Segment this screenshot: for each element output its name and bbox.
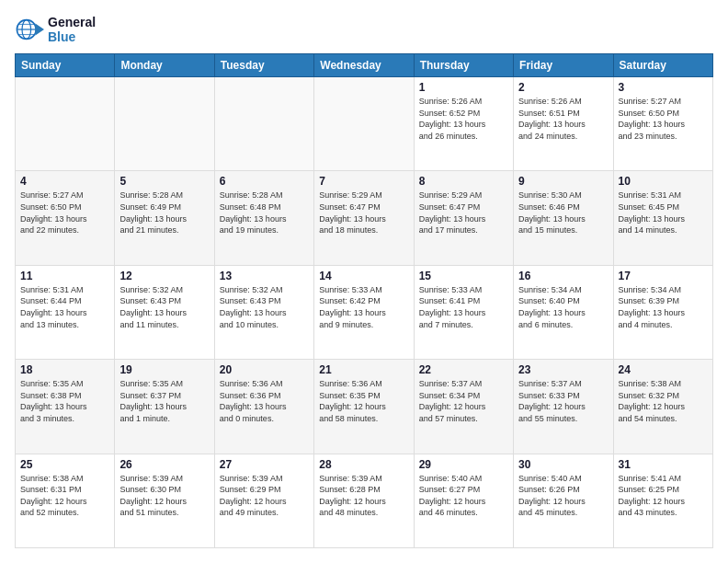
day-number: 31 (619, 458, 708, 471)
day-info: Sunrise: 5:32 AM Sunset: 6:43 PM Dayligh… (119, 284, 209, 330)
calendar-cell: 7Sunrise: 5:29 AM Sunset: 6:47 PM Daylig… (314, 171, 414, 265)
day-info: Sunrise: 5:27 AM Sunset: 6:50 PM Dayligh… (20, 190, 109, 236)
day-info: Sunrise: 5:40 AM Sunset: 6:26 PM Dayligh… (518, 473, 608, 519)
day-number: 26 (119, 458, 209, 471)
calendar-cell: 4Sunrise: 5:27 AM Sunset: 6:50 PM Daylig… (16, 171, 115, 265)
day-info: Sunrise: 5:32 AM Sunset: 6:43 PM Dayligh… (220, 284, 309, 330)
calendar-cell: 2Sunrise: 5:26 AM Sunset: 6:51 PM Daylig… (514, 77, 613, 171)
day-info: Sunrise: 5:39 AM Sunset: 6:28 PM Dayligh… (319, 473, 408, 519)
calendar-header-wednesday: Wednesday (314, 54, 414, 77)
calendar-cell: 25Sunrise: 5:38 AM Sunset: 6:31 PM Dayli… (16, 454, 115, 547)
calendar-cell: 16Sunrise: 5:34 AM Sunset: 6:40 PM Dayli… (514, 265, 613, 359)
calendar-cell: 19Sunrise: 5:35 AM Sunset: 6:37 PM Dayli… (115, 360, 214, 454)
day-number: 3 (619, 81, 708, 94)
calendar-cell: 26Sunrise: 5:39 AM Sunset: 6:30 PM Dayli… (115, 454, 214, 547)
day-number: 13 (220, 270, 309, 282)
logo-text: General Blue (48, 15, 96, 44)
day-info: Sunrise: 5:36 AM Sunset: 6:35 PM Dayligh… (319, 378, 408, 424)
day-info: Sunrise: 5:37 AM Sunset: 6:34 PM Dayligh… (419, 378, 508, 424)
day-info: Sunrise: 5:31 AM Sunset: 6:44 PM Dayligh… (20, 284, 109, 330)
day-info: Sunrise: 5:26 AM Sunset: 6:51 PM Dayligh… (518, 96, 608, 142)
calendar-cell: 29Sunrise: 5:40 AM Sunset: 6:27 PM Dayli… (414, 454, 513, 547)
day-number: 9 (518, 175, 608, 188)
day-info: Sunrise: 5:29 AM Sunset: 6:47 PM Dayligh… (319, 190, 408, 236)
day-info: Sunrise: 5:35 AM Sunset: 6:37 PM Dayligh… (119, 378, 209, 424)
calendar-cell: 8Sunrise: 5:29 AM Sunset: 6:47 PM Daylig… (414, 171, 513, 265)
day-info: Sunrise: 5:30 AM Sunset: 6:46 PM Dayligh… (518, 190, 608, 236)
calendar-week-3: 11Sunrise: 5:31 AM Sunset: 6:44 PM Dayli… (16, 265, 713, 359)
calendar-header-tuesday: Tuesday (214, 54, 313, 77)
calendar-cell: 12Sunrise: 5:32 AM Sunset: 6:43 PM Dayli… (115, 265, 214, 359)
day-number: 10 (619, 175, 708, 188)
day-number: 7 (319, 175, 408, 188)
day-number: 16 (518, 270, 608, 282)
calendar-cell: 9Sunrise: 5:30 AM Sunset: 6:46 PM Daylig… (514, 171, 613, 265)
calendar-cell: 23Sunrise: 5:37 AM Sunset: 6:33 PM Dayli… (514, 360, 613, 454)
calendar-header-friday: Friday (514, 54, 613, 77)
calendar-cell: 30Sunrise: 5:40 AM Sunset: 6:26 PM Dayli… (514, 454, 613, 547)
day-info: Sunrise: 5:28 AM Sunset: 6:48 PM Dayligh… (220, 190, 309, 236)
day-number: 6 (220, 175, 309, 188)
day-number: 17 (619, 270, 708, 282)
day-info: Sunrise: 5:33 AM Sunset: 6:41 PM Dayligh… (419, 284, 508, 330)
day-number: 1 (419, 81, 508, 94)
calendar-cell: 17Sunrise: 5:34 AM Sunset: 6:39 PM Dayli… (613, 265, 712, 359)
calendar-cell: 10Sunrise: 5:31 AM Sunset: 6:45 PM Dayli… (613, 171, 712, 265)
day-number: 2 (518, 81, 608, 94)
calendar-cell: 31Sunrise: 5:41 AM Sunset: 6:25 PM Dayli… (613, 454, 712, 547)
svg-marker-6 (35, 24, 44, 36)
day-info: Sunrise: 5:34 AM Sunset: 6:40 PM Dayligh… (518, 284, 608, 330)
day-number: 24 (619, 363, 708, 376)
day-number: 27 (220, 458, 309, 471)
calendar-cell: 24Sunrise: 5:38 AM Sunset: 6:32 PM Dayli… (613, 360, 712, 454)
calendar-cell: 28Sunrise: 5:39 AM Sunset: 6:28 PM Dayli… (314, 454, 414, 547)
day-info: Sunrise: 5:40 AM Sunset: 6:27 PM Dayligh… (419, 473, 508, 519)
day-number: 12 (119, 270, 209, 282)
calendar-cell: 27Sunrise: 5:39 AM Sunset: 6:29 PM Dayli… (214, 454, 313, 547)
day-info: Sunrise: 5:27 AM Sunset: 6:50 PM Dayligh… (619, 96, 708, 142)
calendar-header-saturday: Saturday (613, 54, 712, 77)
day-number: 15 (419, 270, 508, 282)
day-number: 30 (518, 458, 608, 471)
calendar-header-thursday: Thursday (414, 54, 513, 77)
day-number: 29 (419, 458, 508, 471)
logo: General Blue (15, 15, 96, 44)
day-number: 8 (419, 175, 508, 188)
calendar-week-2: 4Sunrise: 5:27 AM Sunset: 6:50 PM Daylig… (16, 171, 713, 265)
calendar-week-4: 18Sunrise: 5:35 AM Sunset: 6:38 PM Dayli… (16, 360, 713, 454)
logo-icon (15, 15, 44, 44)
day-info: Sunrise: 5:29 AM Sunset: 6:47 PM Dayligh… (419, 190, 508, 236)
calendar-week-5: 25Sunrise: 5:38 AM Sunset: 6:31 PM Dayli… (16, 454, 713, 547)
day-info: Sunrise: 5:41 AM Sunset: 6:25 PM Dayligh… (619, 473, 708, 519)
calendar-header-sunday: Sunday (16, 54, 115, 77)
day-number: 14 (319, 270, 408, 282)
day-number: 18 (20, 363, 109, 376)
day-number: 19 (119, 363, 209, 376)
day-info: Sunrise: 5:36 AM Sunset: 6:36 PM Dayligh… (220, 378, 309, 424)
day-info: Sunrise: 5:39 AM Sunset: 6:30 PM Dayligh… (119, 473, 209, 519)
day-info: Sunrise: 5:33 AM Sunset: 6:42 PM Dayligh… (319, 284, 408, 330)
calendar-cell: 18Sunrise: 5:35 AM Sunset: 6:38 PM Dayli… (16, 360, 115, 454)
day-number: 11 (20, 270, 109, 282)
calendar-cell: 3Sunrise: 5:27 AM Sunset: 6:50 PM Daylig… (613, 77, 712, 171)
calendar-cell: 13Sunrise: 5:32 AM Sunset: 6:43 PM Dayli… (214, 265, 313, 359)
calendar-cell: 22Sunrise: 5:37 AM Sunset: 6:34 PM Dayli… (414, 360, 513, 454)
day-number: 22 (419, 363, 508, 376)
calendar-cell (214, 77, 313, 171)
calendar-cell (115, 77, 214, 171)
day-info: Sunrise: 5:26 AM Sunset: 6:52 PM Dayligh… (419, 96, 508, 142)
calendar-cell: 6Sunrise: 5:28 AM Sunset: 6:48 PM Daylig… (214, 171, 313, 265)
day-info: Sunrise: 5:37 AM Sunset: 6:33 PM Dayligh… (518, 378, 608, 424)
page: General Blue SundayMondayTuesdayWednesda… (0, 0, 728, 563)
day-info: Sunrise: 5:34 AM Sunset: 6:39 PM Dayligh… (619, 284, 708, 330)
calendar-header-row: SundayMondayTuesdayWednesdayThursdayFrid… (16, 54, 713, 77)
calendar-cell (16, 77, 115, 171)
day-number: 23 (518, 363, 608, 376)
calendar-cell: 5Sunrise: 5:28 AM Sunset: 6:49 PM Daylig… (115, 171, 214, 265)
day-info: Sunrise: 5:31 AM Sunset: 6:45 PM Dayligh… (619, 190, 708, 236)
day-number: 25 (20, 458, 109, 471)
calendar-cell: 1Sunrise: 5:26 AM Sunset: 6:52 PM Daylig… (414, 77, 513, 171)
header: General Blue (15, 15, 713, 44)
day-info: Sunrise: 5:35 AM Sunset: 6:38 PM Dayligh… (20, 378, 109, 424)
calendar-cell: 15Sunrise: 5:33 AM Sunset: 6:41 PM Dayli… (414, 265, 513, 359)
